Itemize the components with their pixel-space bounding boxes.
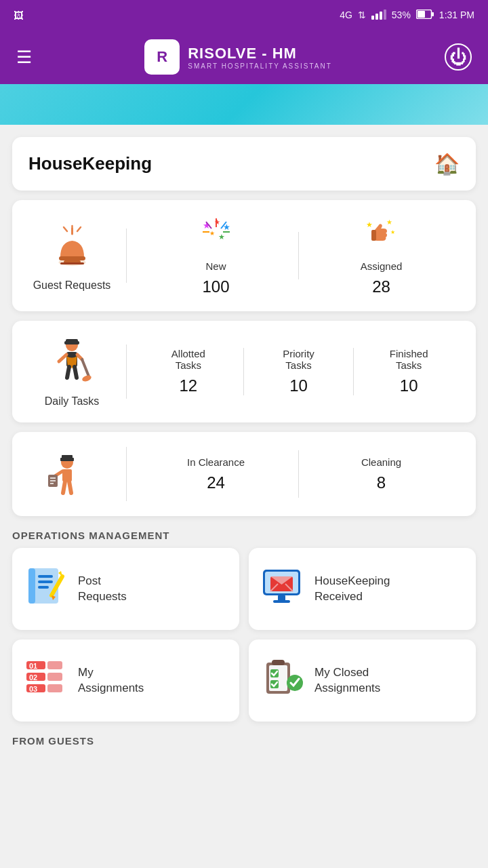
daily-tasks-label: Daily Tasks	[45, 395, 100, 408]
svg-rect-54	[38, 580, 53, 583]
svg-rect-65	[278, 595, 285, 601]
guest-requests-icon-col: Guest Requests	[24, 220, 119, 292]
guest-requests-stats: ★ ★ ★ ★ ★ New 100 ★	[134, 215, 464, 296]
new-label: New	[205, 260, 226, 272]
guest-requests-card[interactable]: Guest Requests ★ ★ ★ ★ ★ New	[12, 200, 476, 311]
priority-label: PriorityTasks	[283, 348, 314, 371]
logo-letter: R	[157, 48, 167, 66]
page-title: HouseKeeping	[28, 153, 152, 174]
operations-grid: PostRequests HouseKeepingReceived	[0, 548, 488, 722]
svg-line-38	[82, 359, 89, 376]
svg-rect-78	[272, 660, 285, 665]
in-clearance-stat[interactable]: In Clearance 24	[134, 456, 298, 492]
home-icon[interactable]: 🏠	[434, 152, 460, 176]
assigned-label: Assigned	[361, 260, 403, 272]
menu-button[interactable]: ☰	[16, 47, 32, 68]
my-assignments-icon: 01 02 03	[23, 654, 67, 707]
app-logo: R RISOLVE - HM SMART HOSPITALITY ASSISTA…	[144, 39, 332, 75]
time: 1:31 PM	[439, 9, 474, 20]
housekeeping-received-label: HouseKeepingReceived	[314, 574, 390, 604]
room-status-stats: In Clearance 24 Cleaning 8	[134, 450, 464, 498]
new-icon: ★ ★ ★ ★ ★	[199, 215, 233, 255]
allotted-value: 12	[179, 376, 197, 395]
allotted-label: AllottedTasks	[171, 348, 205, 371]
logo-text-block: RISOLVE - HM SMART HOSPITALITY ASSISTANT	[188, 45, 332, 70]
finished-stat[interactable]: FinishedTasks 10	[354, 348, 464, 395]
svg-line-34	[59, 355, 66, 361]
page-title-card: HouseKeeping 🏠	[12, 137, 476, 191]
logo-box: R	[144, 39, 180, 75]
my-closed-assignments-button[interactable]: My ClosedAssignments	[249, 639, 476, 722]
svg-rect-6	[418, 11, 425, 18]
svg-text:★: ★	[366, 220, 373, 229]
divider-room-1	[126, 447, 127, 501]
finished-label: FinishedTasks	[390, 348, 428, 371]
from-guests-section-title: FROM GUESTS	[0, 722, 488, 753]
post-requests-label: PostRequests	[78, 574, 127, 604]
divider-daily-1	[126, 344, 127, 399]
cleaning-label: Cleaning	[361, 456, 401, 468]
network-type: 4G	[340, 9, 352, 20]
priority-stat[interactable]: PriorityTasks 10	[244, 348, 354, 395]
svg-text:★: ★	[214, 218, 220, 226]
allotted-stat[interactable]: AllottedTasks 12	[134, 348, 243, 395]
svg-line-37	[75, 367, 77, 378]
room-status-card[interactable]: In Clearance 24 Cleaning 8	[12, 432, 476, 516]
svg-rect-2	[380, 12, 382, 20]
post-requests-icon	[23, 563, 67, 615]
status-bar: 🖼 4G ⇅ 53% 1:31 PM	[0, 0, 488, 30]
room-status-icon-col	[24, 447, 119, 501]
finished-value: 10	[400, 376, 418, 395]
svg-text:02: 02	[29, 673, 37, 682]
svg-rect-29	[371, 230, 376, 241]
new-stat[interactable]: ★ ★ ★ ★ ★ New 100	[134, 215, 298, 296]
svg-rect-75	[47, 684, 62, 692]
assigned-stat[interactable]: ★ ★ ★ Assigned 28	[299, 215, 464, 296]
assigned-icon: ★ ★ ★	[365, 215, 399, 255]
housekeeping-received-button[interactable]: HouseKeepingReceived	[249, 548, 476, 630]
signal-arrows: ⇅	[358, 9, 366, 20]
brand-name: RISOLVE - HM	[188, 45, 332, 62]
my-assignments-label: MyAssignments	[78, 665, 144, 695]
svg-rect-5	[432, 12, 434, 16]
signal-bars	[371, 9, 386, 22]
svg-rect-66	[273, 600, 290, 603]
power-button[interactable]: ⏻	[445, 43, 472, 71]
post-requests-button[interactable]: PostRequests	[12, 548, 239, 630]
svg-rect-0	[371, 16, 374, 20]
my-assignments-button[interactable]: 01 02 03 MyAssignments	[12, 639, 239, 722]
room-status-icon	[45, 447, 99, 501]
hero-image	[0, 84, 488, 125]
svg-point-39	[81, 374, 92, 382]
power-icon: ⏻	[449, 47, 467, 68]
cleaning-stat[interactable]: Cleaning 8	[299, 456, 464, 492]
new-value: 100	[202, 277, 229, 296]
svg-text:01: 01	[29, 662, 37, 670]
svg-rect-32	[66, 339, 78, 343]
svg-rect-53	[38, 575, 53, 578]
svg-rect-1	[375, 14, 378, 20]
in-clearance-label: In Clearance	[187, 456, 245, 468]
svg-rect-15	[60, 262, 84, 264]
svg-text:★: ★	[390, 229, 395, 235]
svg-marker-57	[58, 571, 62, 576]
battery-icon	[416, 9, 434, 21]
cleaning-value: 8	[377, 473, 386, 492]
svg-line-10	[77, 227, 81, 231]
guest-requests-icon	[45, 220, 99, 274]
divider-1	[126, 229, 127, 283]
operations-section-title: OPERATIONS MANAGEMENT	[0, 516, 488, 548]
priority-value: 10	[289, 376, 308, 395]
svg-rect-55	[38, 586, 49, 589]
guest-requests-label: Guest Requests	[33, 279, 111, 292]
svg-line-45	[69, 481, 71, 493]
status-right: 4G ⇅ 53% 1:31 PM	[340, 9, 474, 22]
daily-tasks-card[interactable]: Daily Tasks AllottedTasks 12 PriorityTas…	[12, 321, 476, 422]
housekeeping-received-icon	[260, 563, 304, 615]
svg-text:★: ★	[386, 218, 392, 226]
daily-tasks-stats: AllottedTasks 12 PriorityTasks 10 Finish…	[134, 348, 464, 395]
svg-line-44	[63, 481, 65, 493]
svg-text:★: ★	[209, 230, 215, 237]
svg-rect-42	[62, 455, 73, 459]
my-closed-assignments-icon	[260, 654, 304, 707]
